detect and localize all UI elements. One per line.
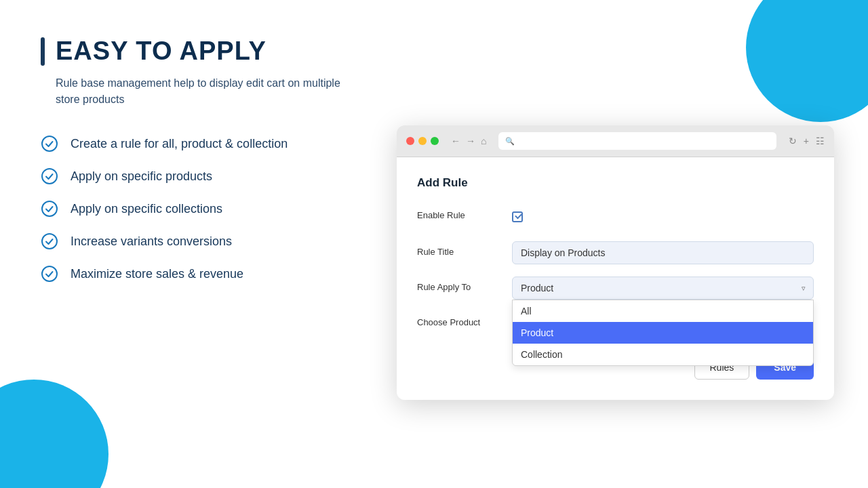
nav-back[interactable]: ← — [451, 136, 460, 146]
browser-content: Add Rule Enable Rule Rule Title Rule App… — [397, 157, 834, 400]
feature-item-4: Increase variants conversions — [41, 232, 366, 251]
feature-item-1: Create a rule for all, product & collect… — [41, 135, 366, 154]
feature-item-2: Apply on specific products — [41, 167, 366, 186]
feature-text-5: Maximize store sales & revenue — [71, 267, 243, 281]
choose-product-label: Choose Product — [417, 312, 505, 327]
check-circle-icon-1 — [41, 135, 60, 154]
svg-point-4 — [42, 266, 57, 281]
check-circle-icon-3 — [41, 200, 60, 219]
feature-text-2: Apply on specific products — [71, 169, 212, 184]
features-list: Create a rule for all, product & collect… — [41, 135, 366, 284]
page-subtitle: Rule base management help to display edi… — [56, 75, 366, 108]
browser-nav: ← → ⌂ — [451, 136, 486, 146]
check-circle-icon-4 — [41, 232, 60, 251]
rule-apply-row: Rule Apply To Product ▿ All Product Coll… — [417, 277, 814, 300]
rule-title-label: Rule Title — [417, 241, 505, 257]
feature-text-3: Apply on specific collections — [71, 202, 222, 216]
rule-title-input[interactable] — [512, 241, 814, 264]
dot-red[interactable] — [406, 137, 414, 145]
browser-actions: ↻ + ☷ — [789, 136, 825, 146]
enable-rule-control — [512, 205, 814, 229]
dropdown-item-collection[interactable]: Collection — [513, 344, 813, 365]
rule-apply-control: Product ▿ All Product Collection — [512, 277, 814, 300]
browser-dots — [406, 137, 439, 145]
dot-yellow[interactable] — [418, 137, 427, 145]
dropdown-item-all[interactable]: All — [513, 300, 813, 322]
left-panel: EASY TO APPLY Rule base management help … — [41, 37, 366, 284]
svg-point-0 — [42, 136, 57, 151]
rule-title-control — [512, 241, 814, 264]
rule-apply-dropdown: All Product Collection — [512, 300, 814, 366]
browser-address-bar[interactable]: 🔍 — [498, 132, 776, 150]
enable-rule-row: Enable Rule — [417, 205, 814, 229]
feature-item-5: Maximize store sales & revenue — [41, 265, 366, 284]
new-tab-icon[interactable]: + — [804, 136, 809, 146]
refresh-icon[interactable]: ↻ — [789, 136, 797, 146]
svg-point-1 — [42, 169, 57, 184]
rule-apply-select[interactable]: Product — [512, 277, 814, 300]
rule-title-row: Rule Title — [417, 241, 814, 264]
feature-text-4: Increase variants conversions — [71, 235, 232, 249]
menu-icon[interactable]: ☷ — [816, 136, 825, 146]
deco-bottom-left-circle — [0, 380, 108, 488]
browser-titlebar: ← → ⌂ 🔍 ↻ + ☷ — [397, 125, 834, 157]
page-title: EASY TO APPLY — [56, 37, 267, 66]
dropdown-item-product[interactable]: Product — [513, 322, 813, 344]
check-circle-icon-5 — [41, 265, 60, 284]
rule-apply-select-wrap: Product ▿ All Product Collection — [512, 277, 814, 300]
address-search-icon: 🔍 — [505, 137, 515, 146]
dot-green[interactable] — [431, 137, 439, 145]
add-rule-title: Add Rule — [417, 176, 814, 190]
feature-text-1: Create a rule for all, product & collect… — [71, 137, 288, 151]
check-circle-icon-2 — [41, 167, 60, 186]
svg-point-2 — [42, 201, 57, 216]
nav-forward[interactable]: → — [466, 136, 475, 146]
heading-bar: EASY TO APPLY — [41, 37, 366, 66]
rule-apply-label: Rule Apply To — [417, 277, 505, 292]
svg-point-3 — [42, 234, 57, 249]
enable-rule-label: Enable Rule — [417, 205, 505, 220]
nav-home[interactable]: ⌂ — [481, 136, 486, 146]
enable-rule-checkbox[interactable] — [512, 211, 523, 222]
deco-top-right-circle — [746, 0, 868, 122]
checkbox-wrap — [512, 205, 814, 229]
heading-bar-line — [41, 37, 45, 66]
browser-window: ← → ⌂ 🔍 ↻ + ☷ Add Rule Enable Rule Rule … — [397, 125, 834, 400]
feature-item-3: Apply on specific collections — [41, 200, 366, 219]
